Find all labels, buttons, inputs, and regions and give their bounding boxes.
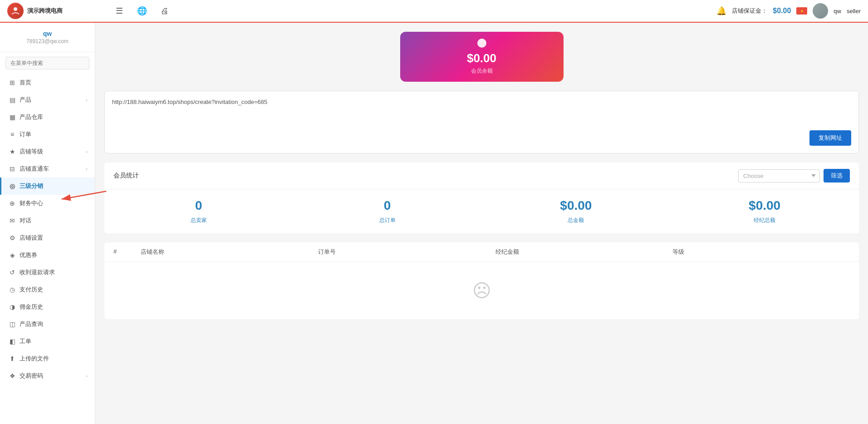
copy-button-row: 复制网址 — [112, 130, 851, 146]
sidebar-item-coupons[interactable]: ◈ 优惠券 — [0, 247, 95, 264]
sidebar-search-section — [5, 57, 89, 69]
store-settings-icon: ⚙ — [9, 234, 16, 242]
svg-point-0 — [14, 7, 17, 11]
sidebar-item-dialog[interactable]: ✉ 对话 — [0, 212, 95, 229]
stats-choose-select[interactable]: Choose — [738, 169, 820, 182]
sidebar-item-products[interactable]: ▤ 产品 › — [0, 91, 95, 108]
stat-value-broker: $0.00 — [670, 198, 859, 213]
payments-icon: ◷ — [9, 286, 16, 293]
stat-value-sellers: 0 — [104, 198, 293, 213]
sidebar-user-section: qw 789123@qw.com — [0, 23, 95, 52]
sidebar-search-input[interactable] — [5, 57, 89, 69]
sidebar-label-store-level: 店铺等级 — [20, 148, 43, 156]
invitation-box: http://188.haiwaiym6.top/shops/create?in… — [104, 91, 859, 153]
notification-bell-icon[interactable]: 🔔 — [716, 6, 726, 16]
upload-icon: ⬆ — [9, 355, 16, 362]
table-col-store-name: 店铺名称 — [141, 248, 318, 256]
stats-filter-button[interactable]: 筛选 — [824, 169, 850, 182]
chevron-right-icon: › — [86, 97, 88, 103]
sidebar-item-warehouse[interactable]: ▦ 产品仓库 — [0, 108, 95, 126]
store-cart-icon: ⊟ — [9, 165, 16, 173]
sidebar-item-finance[interactable]: ⊕ 财务中心 — [0, 195, 95, 212]
sidebar-label-finance: 财务中心 — [20, 199, 43, 207]
table-col-broker-amount: 经纪金额 — [495, 248, 673, 256]
sidebar-item-store-cart[interactable]: ⊟ 店铺直通车 › — [0, 160, 95, 177]
topbar-logo-section: 演示跨境电商 — [7, 3, 103, 19]
stat-value-orders: 0 — [293, 198, 482, 213]
stat-total-orders: 0 总订单 — [293, 198, 482, 224]
stat-label-amount: 总金额 — [482, 217, 671, 224]
sidebar-item-payments[interactable]: ◷ 支付历史 — [0, 281, 95, 298]
sidebar-item-commission[interactable]: ◑ 佣金历史 — [0, 298, 95, 316]
sidebar-label-warehouse: 产品仓库 — [20, 113, 43, 121]
table-section: # 店铺名称 订单号 经纪金额 等级 ☹ — [104, 242, 859, 319]
stat-total-sellers: 0 总卖家 — [104, 198, 293, 224]
topbar-center: ☰ 🌐 🖨 — [103, 3, 716, 19]
table-header: # 店铺名称 订单号 经纪金额 等级 — [104, 242, 859, 262]
sidebar-item-product-query[interactable]: ◫ 产品查询 — [0, 316, 95, 333]
home-icon: ⊞ — [9, 79, 16, 86]
sidebar-item-store-settings[interactable]: ⚙ 店铺设置 — [0, 229, 95, 247]
chevron-right-icon-4: › — [86, 373, 88, 379]
invitation-url-text: http://188.haiwaiym6.top/shops/create?in… — [112, 99, 851, 126]
sidebar-label-payments: 支付历史 — [20, 286, 43, 294]
sidebar-item-home[interactable]: ⊞ 首页 — [0, 74, 95, 91]
print-icon: 🖨 — [161, 6, 169, 16]
product-query-icon: ◫ — [9, 320, 16, 328]
chevron-right-icon-3: › — [86, 166, 88, 172]
sidebar-label-ticket: 工单 — [20, 337, 31, 345]
user-avatar[interactable] — [813, 3, 828, 19]
sidebar-item-trade-password[interactable]: ❖ 交易密码 › — [0, 367, 95, 385]
ticket-icon: ◧ — [9, 338, 16, 345]
print-button[interactable]: 🖨 — [157, 3, 172, 19]
language-flag[interactable]: ★ — [796, 7, 807, 15]
sidebar-label-trade-password: 交易密码 — [20, 372, 43, 380]
stats-numbers: 0 总卖家 0 总订单 $0.00 总金额 $0.00 经纪总额 — [104, 189, 859, 233]
orders-icon: ≡ — [9, 131, 16, 138]
topbar: 演示跨境电商 ☰ 🌐 🖨 🔔 店铺保证金： $0.00 ★ qw seller — [0, 0, 868, 23]
sidebar-item-upload[interactable]: ⬆ 上传的文件 — [0, 350, 95, 367]
stat-broker-total: $0.00 经纪总额 — [670, 198, 859, 224]
trade-password-icon: ❖ — [9, 372, 16, 380]
warehouse-icon: ▦ — [9, 113, 16, 121]
table-col-hash: # — [113, 248, 141, 256]
stat-label-broker: 经纪总额 — [670, 217, 859, 224]
empty-sad-face-icon: ☹ — [472, 280, 491, 301]
sidebar-label-orders: 订单 — [20, 130, 31, 138]
store-level-icon: ★ — [9, 148, 16, 155]
stat-value-amount: $0.00 — [482, 198, 671, 213]
commission-icon: ◑ — [9, 303, 16, 311]
balance-amount: $0.00 — [467, 51, 496, 65]
globe-icon: 🌐 — [137, 6, 147, 16]
app-logo-icon — [7, 3, 24, 19]
main-content: $0.00 会员余额 http://188.haiwaiym6.top/shop… — [95, 23, 868, 424]
refunds-icon: ↺ — [9, 269, 16, 276]
table-empty-state: ☹ — [104, 262, 859, 319]
stat-label-orders: 总订单 — [293, 217, 482, 224]
copy-url-button[interactable]: 复制网址 — [809, 130, 851, 146]
sidebar-item-store-level[interactable]: ★ 店铺等级 › — [0, 143, 95, 160]
globe-button[interactable]: 🌐 — [134, 3, 150, 19]
sidebar-label-commission: 佣金历史 — [20, 303, 43, 311]
stats-header: 会员统计 Choose 筛选 — [104, 163, 859, 189]
sidebar-item-orders[interactable]: ≡ 订单 — [0, 126, 95, 143]
app-title: 演示跨境电商 — [27, 7, 63, 15]
sidebar-label-refunds: 收到退款请求 — [20, 268, 55, 276]
sidebar-label-home: 首页 — [20, 79, 31, 87]
stats-filter-controls: Choose 筛选 — [738, 169, 850, 182]
sidebar-item-ticket[interactable]: ◧ 工单 — [0, 333, 95, 350]
deposit-amount: $0.00 — [773, 7, 791, 15]
sidebar-item-refunds[interactable]: ↺ 收到退款请求 — [0, 264, 95, 281]
sidebar-label-dialog: 对话 — [20, 217, 31, 225]
balance-circle-icon — [477, 39, 486, 48]
menu-toggle-button[interactable]: ☰ — [112, 3, 127, 19]
sidebar-email: 789123@qw.com — [7, 38, 88, 44]
sidebar-label-coupons: 优惠券 — [20, 251, 37, 259]
deposit-label: 店铺保证金： — [732, 7, 767, 15]
sidebar-label-upload: 上传的文件 — [20, 355, 49, 363]
sidebar-label-product-query: 产品查询 — [20, 320, 43, 328]
sidebar-label-distribution: 三级分销 — [20, 182, 43, 190]
sidebar-item-distribution[interactable]: ◎ 三级分销 — [0, 177, 95, 195]
topbar-right: 🔔 店铺保证金： $0.00 ★ qw seller — [716, 3, 861, 19]
stats-section: 会员统计 Choose 筛选 0 总卖家 0 总订单 $0 — [104, 163, 859, 233]
